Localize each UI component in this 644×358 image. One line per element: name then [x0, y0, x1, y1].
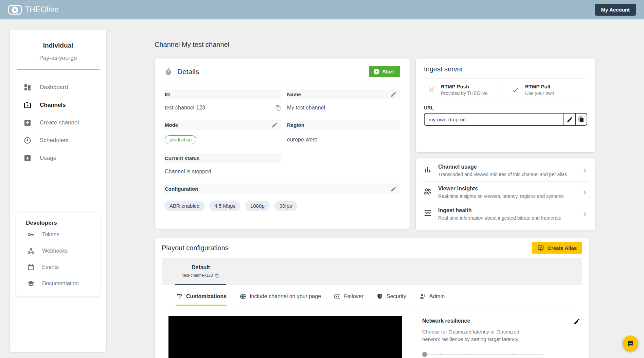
sidebar-item-label: Webhooks [42, 248, 68, 254]
top-bar: THEOlive My Account [0, 0, 644, 19]
channel-id-value: test-channel-123 [164, 99, 281, 120]
alias-tab-default[interactable]: Default test-channel-123 [175, 258, 226, 285]
url-input[interactable]: my-own-rtmp-url [425, 114, 564, 125]
rtmp-push-sub: Provided by THEOlive [441, 90, 487, 96]
viewer-insights-link[interactable]: Viewer insights Real-time insights on vi… [423, 181, 589, 203]
insights-card: Channel usage Transcoded and viewed minu… [416, 158, 595, 231]
chevron-right-icon [581, 211, 588, 218]
play-icon [374, 69, 379, 74]
edit-url-button[interactable] [564, 114, 575, 125]
edit-mode-icon[interactable] [271, 122, 278, 128]
sidebar-item-label: Usage [40, 155, 56, 161]
globe-icon [239, 293, 246, 300]
sidebar-item-tokens[interactable]: Tokens [16, 226, 100, 243]
channel-region-value: europe-west [287, 130, 400, 153]
sidebar-nav: Dashboard Channels Create channel Schedu… [10, 79, 106, 167]
chevron-right-icon [581, 189, 588, 196]
playout-subtabs: Customizations Include channel on your p… [162, 290, 582, 306]
url-input-group: my-own-rtmp-url [424, 113, 587, 126]
sidebar-item-usage[interactable]: Usage [10, 149, 106, 167]
field-label-id: ID [164, 89, 281, 99]
dashboard-icon [23, 83, 32, 91]
calendar-icon [27, 263, 35, 271]
bar-chart-icon [423, 165, 432, 174]
field-label-mode: Mode [164, 120, 281, 130]
viewer-insights-title: Viewer insights [438, 186, 575, 192]
rtmp-push-label: RTMP Push [441, 84, 487, 89]
edit-network-resilience-icon[interactable] [573, 318, 580, 325]
copy-icon [578, 116, 584, 122]
create-alias-button[interactable]: Create Alias [532, 242, 582, 254]
webhook-icon [27, 247, 35, 255]
admin-person-icon [419, 293, 426, 300]
config-badge: 1080p [245, 201, 270, 211]
edit-name-icon[interactable] [390, 91, 397, 98]
key-icon [27, 231, 35, 238]
channels-icon [23, 101, 32, 109]
rtmp-push-option[interactable]: RTMP Push Provided by THEOlive [424, 79, 503, 101]
tab-admin[interactable]: Admin [419, 290, 445, 306]
sidebar-item-create-channel[interactable]: Create channel [10, 114, 106, 132]
plan-name: Individual [10, 42, 106, 49]
tab-security[interactable]: Security [376, 290, 406, 306]
sidebar-item-webhooks[interactable]: Webhooks [16, 243, 100, 259]
copy-id-icon[interactable] [275, 105, 281, 111]
failover-icon [334, 293, 341, 300]
alias-id: test-channel-123 [182, 273, 213, 278]
people-icon [423, 187, 432, 196]
config-badge: 30fps [274, 201, 297, 211]
ingest-health-desc: Real-time information about ingested bit… [438, 215, 575, 221]
channel-usage-title: Channel usage [438, 164, 575, 170]
schedulers-icon [23, 136, 32, 144]
theolive-play-icon [8, 5, 22, 15]
copy-url-button[interactable] [575, 114, 587, 125]
sidebar-item-schedulers[interactable]: Schedulers [10, 132, 106, 149]
sidebar-item-label: Create channel [40, 119, 79, 126]
sidebar-item-events[interactable]: Events [16, 259, 100, 275]
details-card: Details Start ID Name test-channel-123 M… [155, 58, 410, 229]
sidebar-item-documentation[interactable]: Documentation [16, 275, 100, 292]
config-badge: 4.5 Mbps [209, 201, 240, 211]
video-player[interactable] [168, 316, 402, 358]
slider-thumb[interactable] [422, 352, 427, 357]
latency-slider[interactable] [422, 352, 543, 357]
start-button[interactable]: Start [369, 66, 400, 77]
health-icon [423, 209, 432, 218]
slider-track [426, 354, 543, 355]
edit-configuration-icon[interactable] [390, 186, 397, 192]
tab-failover[interactable]: Failover [334, 290, 363, 306]
ingest-health-link[interactable]: Ingest health Real-time information abou… [423, 203, 589, 225]
channel-usage-link[interactable]: Channel usage Transcoded and viewed minu… [423, 160, 589, 181]
page-title-divider [155, 52, 596, 52]
field-label-current-status: Current status [164, 153, 281, 163]
channel-usage-desc: Transcoded and viewed minutes of this ch… [438, 172, 575, 177]
sidebar-item-dashboard[interactable]: Dashboard [10, 79, 106, 96]
check-icon [512, 86, 520, 94]
paint-roller-icon [176, 293, 183, 300]
pencil-icon [567, 116, 573, 123]
sidebar-item-label: Documentation [42, 280, 79, 287]
rtmp-pull-option[interactable]: RTMP Pull Use your own [503, 79, 587, 101]
chat-launcher-button[interactable] [623, 336, 638, 351]
sidebar-item-label: Dashboard [40, 84, 68, 91]
field-label-name: Name [287, 89, 400, 99]
developers-card: Developers Tokens Webhooks Events Docume… [16, 213, 100, 296]
monitor-plus-icon [537, 244, 544, 251]
copy-alias-id-icon[interactable] [215, 273, 219, 278]
sidebar-item-channels[interactable]: Channels [10, 96, 106, 114]
network-resilience-title: Network resilience [422, 318, 470, 324]
brand-name: THEOlive [25, 5, 59, 14]
playout-configurations-card: Playout configurations Create Alias Defa… [155, 238, 589, 358]
network-resilience-desc: Choose for Optimized latency or Optimize… [422, 328, 538, 343]
sidebar-item-label: Tokens [42, 232, 59, 238]
brand-logo[interactable]: THEOlive [8, 5, 59, 15]
my-account-button[interactable]: My Account [595, 4, 636, 16]
tab-include-channel[interactable]: Include channel on your page [239, 290, 321, 306]
chat-bubble-icon [626, 339, 634, 347]
shield-icon [376, 293, 383, 300]
tab-customizations[interactable]: Customizations [176, 290, 227, 306]
chevron-right-icon [581, 167, 588, 174]
network-resilience-panel: Network resilience Choose for Optimized … [422, 318, 580, 358]
configuration-badges: ABR enabled 4.5 Mbps 1080p 30fps [164, 194, 400, 211]
url-label: URL [424, 105, 587, 110]
